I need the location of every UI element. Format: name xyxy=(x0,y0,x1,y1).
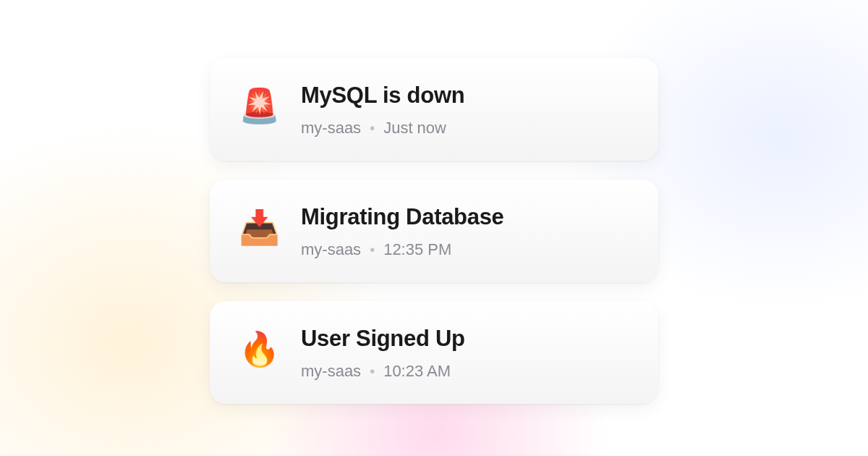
separator-dot: • xyxy=(370,120,375,137)
inbox-download-icon: 📥 xyxy=(239,207,279,248)
notification-time: 12:35 PM xyxy=(383,240,451,259)
notification-meta: my-saas • Just now xyxy=(301,119,629,138)
fire-icon: 🔥 xyxy=(239,329,279,369)
notification-title: MySQL is down xyxy=(301,83,629,109)
notification-title: User Signed Up xyxy=(301,326,629,352)
separator-dot: • xyxy=(370,363,375,380)
notification-project: my-saas xyxy=(301,119,361,138)
notification-card[interactable]: 🚨 MySQL is down my-saas • Just now xyxy=(210,58,658,161)
notification-time: Just now xyxy=(383,119,446,138)
notification-card[interactable]: 🔥 User Signed Up my-saas • 10:23 AM xyxy=(210,301,658,404)
notification-meta: my-saas • 10:23 AM xyxy=(301,362,629,381)
notification-meta: my-saas • 12:35 PM xyxy=(301,240,629,259)
notification-title: Migrating Database xyxy=(301,204,629,230)
notification-card[interactable]: 📥 Migrating Database my-saas • 12:35 PM xyxy=(210,180,658,282)
separator-dot: • xyxy=(370,242,375,258)
notification-content: MySQL is down my-saas • Just now xyxy=(301,83,629,138)
notification-project: my-saas xyxy=(301,240,361,259)
notification-content: User Signed Up my-saas • 10:23 AM xyxy=(301,326,629,381)
siren-icon: 🚨 xyxy=(239,85,279,126)
notification-content: Migrating Database my-saas • 12:35 PM xyxy=(301,204,629,259)
notification-project: my-saas xyxy=(301,362,361,381)
notification-time: 10:23 AM xyxy=(383,362,451,381)
